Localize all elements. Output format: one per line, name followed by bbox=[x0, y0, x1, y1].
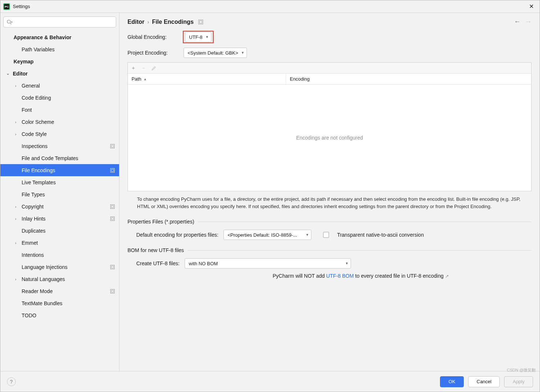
tree-item-natural-languages[interactable]: ›Natural Languages bbox=[0, 273, 119, 285]
tree-item-intentions[interactable]: Intentions bbox=[0, 249, 119, 261]
global-encoding-value: UTF-8 bbox=[189, 34, 203, 40]
tree-item-label: Inspections bbox=[22, 143, 48, 149]
ok-button[interactable]: OK bbox=[440, 376, 464, 387]
chevron-right-icon: › bbox=[0, 241, 22, 245]
help-button[interactable]: ? bbox=[7, 377, 16, 386]
tree-item-file-encodings[interactable]: File Encodings bbox=[0, 164, 119, 176]
tree-item-todo[interactable]: TODO bbox=[0, 309, 119, 321]
tree-item-path-variables[interactable]: Path Variables bbox=[0, 43, 119, 55]
tree-item-textmate-bundles[interactable]: TextMate Bundles bbox=[0, 297, 119, 309]
bom-note: PyCharm will NOT add UTF-8 BOM to every … bbox=[127, 273, 532, 279]
chevron-down-icon: ▾ bbox=[11, 21, 12, 24]
chevron-right-icon: › bbox=[0, 84, 22, 88]
properties-encoding-combo[interactable]: <Properties Default: ISO-8859-... ▼ bbox=[223, 230, 311, 240]
tree-item-label: Appearance & Behavior bbox=[14, 34, 71, 40]
encoding-table: ＋ － Path▲ Encoding Encodings are not con… bbox=[127, 62, 532, 191]
tree-item-code-style[interactable]: ›Code Style bbox=[0, 128, 119, 140]
divider bbox=[198, 222, 532, 222]
scope-indicator-icon bbox=[198, 19, 203, 25]
tree-item-label: TextMate Bundles bbox=[22, 300, 62, 306]
tree-item-label: Intentions bbox=[22, 252, 44, 258]
col-encoding[interactable]: Encoding bbox=[286, 74, 313, 84]
project-encoding-value: <System Default: GBK> bbox=[188, 50, 238, 56]
tree-item-live-templates[interactable]: Live Templates bbox=[0, 176, 119, 188]
tree-item-language-injections[interactable]: Language Injections bbox=[0, 261, 119, 273]
breadcrumb-root[interactable]: Editor bbox=[127, 19, 144, 25]
scope-indicator-icon bbox=[110, 144, 115, 148]
tree-item-font[interactable]: Font bbox=[0, 104, 119, 116]
svg-text:PC: PC bbox=[5, 5, 9, 8]
tree-item-label: Live Templates bbox=[22, 180, 56, 185]
search-input[interactable]: ▾ bbox=[3, 16, 116, 27]
chevron-down-icon: ▼ bbox=[345, 262, 348, 265]
tree-item-file-types[interactable]: File Types bbox=[0, 188, 119, 200]
add-icon[interactable]: ＋ bbox=[131, 65, 136, 71]
tree-item-file-and-code-templates[interactable]: File and Code Templates bbox=[0, 152, 119, 164]
transparent-checkbox[interactable] bbox=[323, 232, 329, 238]
tree-item-general[interactable]: ›General bbox=[0, 79, 119, 92]
bom-label: Create UTF-8 files: bbox=[136, 260, 180, 266]
tree-item-label: Font bbox=[22, 107, 32, 113]
apply-button: Apply bbox=[504, 376, 533, 387]
svg-rect-5 bbox=[111, 144, 115, 148]
svg-rect-8 bbox=[111, 169, 114, 171]
external-link-icon: ↗ bbox=[445, 274, 449, 279]
chevron-down-icon: ▼ bbox=[206, 35, 209, 39]
scope-indicator-icon bbox=[110, 204, 115, 209]
bom-combo[interactable]: with NO BOM ▼ bbox=[185, 258, 351, 269]
bom-link[interactable]: UTF-8 BOM bbox=[326, 273, 354, 279]
svg-rect-13 bbox=[111, 265, 115, 269]
tree-item-label: Language Injections bbox=[22, 264, 67, 270]
table-empty-text: Encodings are not configured bbox=[128, 85, 531, 191]
svg-rect-18 bbox=[199, 21, 202, 23]
tree-item-inspections[interactable]: Inspections bbox=[0, 140, 119, 152]
chevron-down-icon: ▼ bbox=[241, 51, 244, 55]
svg-rect-11 bbox=[111, 217, 115, 221]
breadcrumb-sep: › bbox=[147, 19, 149, 25]
tree-item-duplicates[interactable]: Duplicates bbox=[0, 225, 119, 237]
app-icon: PC bbox=[3, 3, 10, 10]
svg-rect-12 bbox=[111, 218, 114, 220]
nav-back-icon[interactable]: ← bbox=[514, 18, 521, 26]
tree-item-label: Color Scheme bbox=[22, 119, 54, 125]
tree-item-code-editing[interactable]: Code Editing bbox=[0, 92, 119, 104]
svg-rect-10 bbox=[111, 206, 114, 208]
chevron-right-icon: › bbox=[0, 120, 22, 124]
tree-item-label: Code Style bbox=[22, 131, 47, 137]
tree-item-appearance-behavior[interactable]: Appearance & Behavior bbox=[0, 31, 119, 43]
transparent-label[interactable]: Transparent native-to-ascii conversion bbox=[337, 232, 424, 238]
settings-tree[interactable]: Appearance & BehaviorPath VariablesKeyma… bbox=[0, 31, 119, 371]
tree-item-label: Reader Mode bbox=[22, 288, 53, 294]
close-icon[interactable]: ✕ bbox=[526, 2, 537, 11]
tree-item-label: Duplicates bbox=[22, 228, 45, 234]
bom-value: with NO BOM bbox=[189, 261, 218, 266]
tree-item-label: Emmet bbox=[22, 240, 38, 246]
search-field[interactable] bbox=[15, 19, 113, 25]
tree-item-emmet[interactable]: ›Emmet bbox=[0, 237, 119, 249]
col-path[interactable]: Path▲ bbox=[128, 74, 286, 84]
chevron-down-icon: ⌄ bbox=[0, 71, 13, 76]
tree-item-editor[interactable]: ⌄Editor bbox=[0, 67, 119, 79]
tree-item-reader-mode[interactable]: Reader Mode bbox=[0, 285, 119, 297]
svg-rect-16 bbox=[111, 290, 114, 292]
svg-rect-14 bbox=[111, 266, 114, 268]
svg-rect-6 bbox=[111, 145, 114, 147]
global-encoding-combo[interactable]: UTF-8 ▼ bbox=[185, 32, 211, 42]
tree-item-label: Keymap bbox=[14, 59, 33, 64]
chevron-right-icon: › bbox=[0, 277, 22, 281]
sort-asc-icon: ▲ bbox=[144, 77, 147, 81]
cancel-button[interactable]: Cancel bbox=[468, 376, 500, 387]
tree-item-label: Path Variables bbox=[22, 47, 55, 52]
tree-item-color-scheme[interactable]: ›Color Scheme bbox=[0, 116, 119, 128]
svg-rect-17 bbox=[199, 20, 203, 24]
tree-item-copyright[interactable]: ›Copyright bbox=[0, 200, 119, 212]
project-encoding-combo[interactable]: <System Default: GBK> ▼ bbox=[184, 48, 247, 58]
breadcrumb: Editor › File Encodings ← → bbox=[119, 13, 540, 29]
scope-indicator-icon bbox=[110, 217, 115, 221]
svg-rect-7 bbox=[111, 168, 115, 172]
properties-encoding-value: <Properties Default: ISO-8859-... bbox=[228, 232, 297, 238]
scope-indicator-icon bbox=[110, 265, 115, 269]
chevron-down-icon: ▼ bbox=[306, 233, 309, 237]
tree-item-inlay-hints[interactable]: ›Inlay Hints bbox=[0, 212, 119, 225]
tree-item-keymap[interactable]: Keymap bbox=[0, 55, 119, 67]
